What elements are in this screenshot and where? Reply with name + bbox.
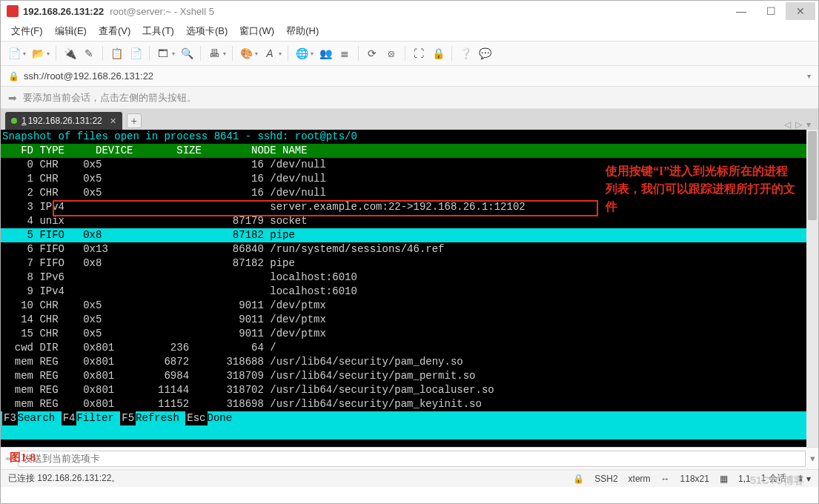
status-lock-icon: 🔒 — [573, 474, 584, 484]
footer-key: F5 — [120, 411, 136, 425]
open-session-icon[interactable]: 📂 — [29, 44, 47, 62]
maximize-button[interactable]: ☐ — [756, 2, 786, 20]
terminal-snapshot-line: Snapshot of files open in process 8641 -… — [1, 130, 818, 144]
terminal-header-row: FD TYPE DEVICE SIZE NODE NAME — [1, 144, 818, 158]
send-input[interactable] — [18, 451, 806, 467]
menu-file[interactable]: 文件(F) — [7, 22, 47, 40]
terminal-pad-row — [1, 425, 818, 440]
minimize-button[interactable]: — — [726, 2, 756, 20]
tab-close-icon[interactable]: ✕ — [110, 116, 116, 126]
terminal-row: mem REG 0x801 6984 318709 /usr/lib64/sec… — [1, 369, 818, 383]
menu-help[interactable]: 帮助(H) — [282, 22, 323, 40]
terminal-row: 14 CHR 0x5 9011 /dev/ptmx — [1, 313, 818, 327]
paste-icon[interactable]: 📄 — [127, 44, 145, 62]
status-nav-icon[interactable]: ⬍ ▾ — [797, 474, 811, 484]
terminal-row: 8 IPv6 localhost:6010 — [1, 271, 818, 285]
terminal-row: mem REG 0x801 11152 318698 /usr/lib64/se… — [1, 397, 818, 411]
address-dropdown-icon[interactable]: ▾ — [807, 72, 811, 80]
address-text: ssh://root@192.168.26.131:22 — [24, 70, 153, 82]
help-icon[interactable]: ❔ — [457, 44, 474, 62]
tab-label: 192.168.26.131:22 — [28, 116, 102, 126]
terminal-row: 7 FIFO 0x8 87182 pipe — [1, 256, 818, 271]
window-title: root@server:~ - Xshell 5 — [110, 6, 214, 17]
hint-bar: ➡ 要添加当前会话，点击左侧的箭头按钮。 — [1, 87, 818, 109]
tab-index: 1 — [21, 116, 27, 126]
footer-action[interactable]: Filter — [76, 411, 120, 425]
address-bar[interactable]: 🔒 ssh://root@192.168.26.131:22 ▾ — [1, 66, 818, 87]
terminal-scrollbar[interactable] — [806, 130, 818, 447]
title-address: 192.168.26.131:22 — [23, 6, 104, 17]
terminal[interactable]: Snapshot of files open in process 8641 -… — [1, 130, 818, 447]
fullscreen-icon[interactable]: ⛶ — [410, 44, 428, 62]
footer-action[interactable]: Search — [18, 411, 62, 425]
terminal-row: 5 FIFO 0x8 87182 pipe — [1, 228, 818, 242]
terminal-row: 15 CHR 0x5 9011 /dev/ptmx — [1, 327, 818, 341]
tab-status-icon — [11, 118, 17, 124]
terminal-row: 9 IPv4 localhost:6010 — [1, 285, 818, 299]
hint-text: 要添加当前会话，点击左侧的箭头按钮。 — [23, 91, 196, 105]
footer-action[interactable]: Refresh — [136, 411, 185, 425]
color-icon[interactable]: 🎨 — [237, 44, 255, 62]
stop-icon[interactable]: ⦻ — [382, 44, 400, 62]
lock-session-icon[interactable]: 🔒 — [429, 44, 447, 62]
footer-key: F3 — [2, 411, 18, 425]
new-session-icon[interactable]: 📄 — [5, 44, 23, 62]
menu-view[interactable]: 查看(V) — [94, 22, 135, 40]
terminal-row: 6 FIFO 0x13 86840 /run/systemd/sessions/… — [1, 242, 818, 256]
font-icon[interactable]: A — [261, 44, 279, 62]
figure-label: 图1-8 — [10, 451, 36, 465]
users-icon[interactable]: 👥 — [316, 44, 334, 62]
status-ssh: SSH2 — [594, 474, 617, 484]
search-icon[interactable]: 🔍 — [178, 44, 196, 62]
titlebar: 192.168.26.131:22 root@server:~ - Xshell… — [1, 1, 818, 21]
reconnect-icon[interactable]: 🔌 — [61, 44, 79, 62]
chat-icon[interactable]: 💬 — [476, 44, 494, 62]
tab-bar: 1 192.168.26.131:22 ✕ + ◁ ▷ ▾ — [1, 109, 818, 130]
menu-tab[interactable]: 选项卡(B) — [182, 22, 232, 40]
menu-tools[interactable]: 工具(T) — [138, 22, 179, 40]
add-tab-button[interactable]: + — [127, 113, 142, 128]
send-menu-icon[interactable]: ▾ — [810, 453, 815, 464]
refresh-icon[interactable]: ⟳ — [363, 44, 381, 62]
status-connection: 已连接 192.168.26.131:22。 — [8, 472, 120, 485]
status-size: 118x21 — [680, 474, 709, 484]
terminal-row: 10 CHR 0x5 9011 /dev/ptmx — [1, 299, 818, 313]
toolbar: 📄▾ 📂▾ 🔌 ✎ 📋 📄 🗔▾ 🔍 🖶▾ 🎨▾ A▾ 🌐▾ 👥 ≣ ⟳ ⦻ ⛶… — [1, 41, 818, 66]
copy-icon[interactable]: 📋 — [107, 44, 125, 62]
session-tab[interactable]: 1 192.168.26.131:22 ✕ — [5, 112, 122, 130]
terminal-row: cwd DIR 0x801 236 64 / — [1, 341, 818, 355]
footer-key: Esc — [185, 411, 207, 425]
menubar: 文件(F) 编辑(E) 查看(V) 工具(T) 选项卡(B) 窗口(W) 帮助(… — [1, 21, 818, 41]
terminal-row: 4 unix 87179 socket — [1, 214, 818, 228]
menu-edit[interactable]: 编辑(E) — [50, 22, 91, 40]
send-bar: 图1-8 ➡ ▾ — [1, 447, 818, 469]
footer-key: F4 — [62, 411, 77, 425]
menu-window[interactable]: 窗口(W) — [235, 22, 279, 40]
globe-icon[interactable]: 🌐 — [293, 44, 311, 62]
app-logo-icon — [7, 5, 19, 17]
status-sessions: 1 会话 — [761, 472, 786, 485]
status-pos: 1,1 — [738, 474, 751, 484]
tab-prev-icon[interactable]: ◁ — [784, 119, 791, 130]
footer-action[interactable]: Done — [208, 411, 239, 425]
terminal-row: mem REG 0x801 11144 318702 /usr/lib64/se… — [1, 383, 818, 397]
tab-next-icon[interactable]: ▷ — [795, 119, 802, 130]
print-icon[interactable]: 🖶 — [205, 44, 223, 62]
terminal-row: mem REG 0x801 6872 318688 /usr/lib64/sec… — [1, 355, 818, 369]
status-grid-icon: ▦ — [720, 474, 728, 484]
disconnect-icon[interactable]: ✎ — [80, 44, 98, 62]
terminal-footer: F3Search F4Filter F5Refresh EscDone — [1, 411, 818, 425]
add-session-arrow-icon[interactable]: ➡ — [8, 92, 17, 104]
status-bar: 已连接 192.168.26.131:22。 🔒 SSH2 xterm ↔ 11… — [1, 469, 818, 487]
properties-icon[interactable]: 🗔 — [154, 44, 172, 62]
status-size-icon: ↔ — [661, 474, 670, 484]
status-term: xterm — [629, 474, 651, 484]
annotation-text: 使用按键“I”进入到光标所在的进程列表，我们可以跟踪进程所打开的文件 — [606, 162, 795, 216]
tab-menu-icon[interactable]: ▾ — [806, 119, 811, 130]
lock-icon: 🔒 — [8, 71, 19, 82]
close-button[interactable]: ✕ — [786, 2, 815, 20]
scrollbar-thumb[interactable] — [808, 131, 817, 220]
columns-icon[interactable]: ≣ — [336, 44, 354, 62]
